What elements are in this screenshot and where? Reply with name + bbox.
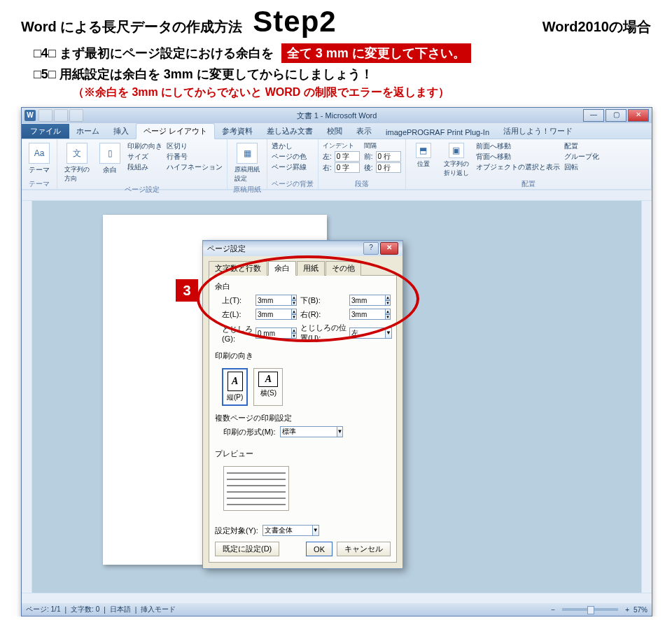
tab-review[interactable]: 校閲 (320, 124, 349, 139)
align-button[interactable]: 配置 (564, 141, 599, 151)
margin-bottom-spinner[interactable]: ▲▼ (385, 295, 391, 306)
send-backward-button[interactable]: 背面へ移動 (476, 152, 560, 162)
word-window: W 文書 1 - Microsoft Word — ▢ ✕ ファイル ホーム 挿… (21, 107, 652, 617)
qat-save-icon[interactable] (38, 109, 52, 122)
preview-thumbnail (223, 466, 289, 511)
dialog-tab-margins[interactable]: 余白 (268, 261, 296, 276)
indent-header: インデント (323, 141, 360, 150)
dialog-tab-chars-lines[interactable]: 文字数と行数 (209, 261, 267, 276)
margins-button[interactable]: ▯ 余白 (97, 141, 123, 176)
set-default-button[interactable]: 既定に設定(D) (215, 542, 279, 556)
word-logo-icon: W (24, 110, 36, 121)
dialog-tab-other[interactable]: その他 (326, 261, 361, 276)
tab-insert[interactable]: 挿入 (106, 124, 136, 139)
spacing-before-input[interactable] (376, 151, 401, 162)
wrap-text-button[interactable]: ▣ 文字列の 折り返し (441, 141, 472, 179)
margin-bottom-input[interactable] (349, 295, 385, 306)
tab-home[interactable]: ホーム (69, 124, 106, 139)
portrait-label: 縦(P) (227, 393, 243, 402)
indent-left-input[interactable] (335, 151, 360, 162)
text-direction-button[interactable]: 文 文字列の 方向 (62, 141, 92, 185)
margin-top-input[interactable] (255, 295, 291, 306)
group-button[interactable]: グループ化 (564, 152, 599, 162)
indent-right-input[interactable] (335, 162, 360, 173)
size-button[interactable]: サイズ (127, 152, 162, 162)
orientation-group-label: 印刷の向き (215, 351, 391, 361)
margin-left-spinner[interactable]: ▲▼ (291, 309, 297, 320)
apply-to-select[interactable] (262, 525, 312, 536)
dialog-tab-paper[interactable]: 用紙 (297, 261, 325, 276)
chevron-down-icon[interactable]: ▼ (385, 327, 392, 339)
status-words[interactable]: 文字数: 0 (71, 605, 99, 614)
watermark-button[interactable]: 透かし (272, 141, 307, 151)
tab-view[interactable]: 表示 (349, 124, 379, 139)
margins-label: 余白 (103, 165, 117, 175)
spacing-after-input[interactable] (376, 162, 401, 173)
horizontal-scrollbar[interactable] (22, 593, 652, 603)
status-bar: ページ: 1/1 | 文字数: 0 | 日本語 | 挿入モード − + 57% (22, 603, 652, 616)
landscape-label: 横(S) (260, 388, 276, 398)
page-color-button[interactable]: ページの色 (272, 152, 307, 162)
margin-right-spinner[interactable]: ▲▼ (385, 309, 391, 320)
dialog-help-button[interactable]: ? (363, 242, 379, 255)
hyphenation-button[interactable]: ハイフネーション (167, 162, 223, 172)
ok-button[interactable]: OK (306, 542, 332, 556)
window-title: 文書 1 - Microsoft Word (22, 111, 652, 121)
spacing-after-label: 後: (364, 164, 373, 171)
status-insert-mode[interactable]: 挿入モード (141, 605, 176, 614)
breaks-button[interactable]: 区切り (167, 141, 223, 151)
margin-top-spinner[interactable]: ▲▼ (291, 295, 297, 306)
margin-left-label: 左(L): (222, 309, 255, 320)
page-borders-button[interactable]: ページ罫線 (272, 162, 307, 172)
status-language[interactable]: 日本語 (110, 605, 131, 614)
bring-forward-button[interactable]: 前面へ移動 (476, 141, 560, 151)
selection-pane-button[interactable]: オブジェクトの選択と表示 (476, 162, 560, 172)
dialog-close-button[interactable]: ✕ (380, 242, 398, 255)
group-theme-label: テーマ (26, 179, 52, 189)
window-maximize-button[interactable]: ▢ (606, 109, 626, 122)
tab-mailings[interactable]: 差し込み文書 (260, 124, 320, 139)
chevron-down-icon[interactable]: ▼ (312, 525, 319, 536)
margin-left-input[interactable] (255, 309, 291, 320)
themes-button[interactable]: Aa テーマ (26, 141, 52, 176)
dialog-title: ページ設定 (207, 244, 246, 254)
tab-imageprograf[interactable]: imagePROGRAF Print Plug-In (379, 126, 496, 139)
genkoyoshi-button[interactable]: ▦ 原稿用紙 設定 (232, 141, 262, 185)
file-tab[interactable]: ファイル (22, 124, 69, 139)
cancel-button[interactable]: キャンセル (337, 542, 391, 556)
tab-katsuyou[interactable]: 活用しよう！ワード (496, 124, 580, 139)
vertical-scrollbar[interactable] (641, 201, 652, 593)
columns-button[interactable]: 段組み (127, 162, 162, 172)
gutter-pos-select[interactable] (349, 327, 385, 339)
status-page[interactable]: ページ: 1/1 (26, 605, 60, 614)
margin-right-input[interactable] (349, 309, 385, 320)
zoom-out-button[interactable]: − (551, 606, 555, 614)
zoom-in-button[interactable]: + (625, 606, 629, 614)
orientation-portrait-button[interactable]: A 縦(P) (222, 368, 248, 406)
qat-redo-icon[interactable] (69, 109, 83, 122)
tab-references[interactable]: 参考資料 (215, 124, 260, 139)
line-numbers-button[interactable]: 行番号 (167, 152, 223, 162)
tab-page-layout[interactable]: ページ レイアウト (136, 123, 215, 139)
apply-to-label: 設定対象(Y): (215, 526, 258, 536)
group-genkoyoshi-label: 原稿用紙 (232, 185, 262, 195)
gutter-spinner[interactable]: ▲▼ (291, 327, 297, 339)
margin-top-label: 上(T): (222, 295, 255, 306)
zoom-value[interactable]: 57% (634, 606, 648, 614)
vertical-ruler[interactable] (22, 201, 32, 593)
callout-number-badge: 3 (176, 279, 198, 302)
orientation-landscape-button[interactable]: A 横(S) (253, 368, 283, 406)
window-minimize-button[interactable]: — (583, 109, 604, 122)
doc-title-right: Word2010の場合 (542, 17, 651, 36)
zoom-slider[interactable] (562, 608, 618, 611)
qat-undo-icon[interactable] (54, 109, 68, 122)
landscape-icon: A (258, 372, 278, 387)
margin-right-label: 右(R): (300, 309, 349, 320)
rotate-button[interactable]: 回転 (564, 162, 599, 172)
orientation-button[interactable]: 印刷の向き (127, 141, 162, 151)
gutter-input[interactable] (255, 327, 291, 339)
position-button[interactable]: ⬒ 位置 (410, 141, 437, 170)
window-close-button[interactable]: ✕ (628, 109, 649, 122)
print-format-select[interactable] (280, 426, 337, 437)
chevron-down-icon[interactable]: ▼ (337, 426, 344, 437)
